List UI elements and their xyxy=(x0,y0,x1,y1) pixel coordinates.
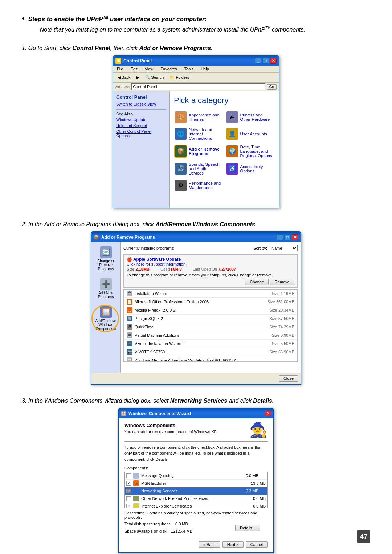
menu-view[interactable]: View xyxy=(143,66,155,71)
support-link[interactable]: Click here for support information. xyxy=(127,262,187,266)
titlebar: 🖥 Control Panel _ □ ✕ xyxy=(113,56,279,66)
list-item[interactable]: 📹 Vivotek Installation Wizard 2 Size 5.5… xyxy=(124,340,297,348)
forward-button[interactable]: ▶ xyxy=(134,74,142,81)
sort-row: Sort by: Name Size Frequency xyxy=(253,245,298,251)
cat-performance-icon: ⚙ xyxy=(175,180,187,191)
cat-sounds[interactable]: 🔊 Sounds, Speech, and Audio Devices xyxy=(174,161,223,176)
windows-update-link[interactable]: Windows Update xyxy=(116,118,166,122)
add-new-icon: ➕ xyxy=(100,278,112,290)
list-item[interactable]: 📷 VIVOTEK ST7501 Size 66.96MB xyxy=(124,348,297,356)
comp-checkbox-network-print[interactable] xyxy=(126,496,131,501)
menu-help[interactable]: Help xyxy=(199,66,211,71)
wcw-header-title: Windows Components xyxy=(124,423,217,428)
comp-checkbox-message-queuing[interactable] xyxy=(126,473,131,478)
address-input[interactable] xyxy=(131,83,265,90)
arp-maximize-button[interactable]: □ xyxy=(284,234,291,240)
details-button[interactable]: Details... xyxy=(235,525,260,531)
list-item[interactable]: 🦊 Mozilla Firefox (2.0.0.6) Size 20.34MB xyxy=(124,306,297,315)
comp-size-message-queuing: 0.0 MB xyxy=(237,473,258,478)
cat-user-accounts[interactable]: 👤 User Accounts xyxy=(225,126,275,141)
arp-window-buttons[interactable]: _ □ ✕ xyxy=(277,234,298,240)
menubar: File Edit View Favorites Tools Help xyxy=(113,66,279,73)
wcw-window-buttons[interactable]: ✕ xyxy=(265,411,271,416)
remove-button[interactable]: Remove xyxy=(270,279,294,285)
cat-performance[interactable]: ⚙ Performance and Maintenance xyxy=(174,178,223,192)
arp-change-remove[interactable]: 🔄 Change or Remove Programs xyxy=(93,246,119,271)
cp-body: Control Panel Switch to Classic View See… xyxy=(113,91,279,208)
arp-close-button[interactable]: ✕ xyxy=(292,234,298,240)
step3-label: 3. In the Windows Components Wizard dial… xyxy=(22,398,370,404)
maximize-button[interactable]: □ xyxy=(262,58,269,64)
menu-tools[interactable]: Tools xyxy=(183,66,195,71)
arp-windows-components[interactable]: 🪟 Add/Remove Windows Components xyxy=(93,306,119,331)
cat-user-accounts-icon: 👤 xyxy=(226,128,238,140)
cat-network[interactable]: 🌐 Network and Internet Connections xyxy=(174,126,223,141)
menu-file[interactable]: File xyxy=(115,66,125,71)
prog-name: PostgreSQL 8.2 xyxy=(135,316,268,321)
help-support-link[interactable]: Help and Support xyxy=(116,123,166,128)
comp-item-msn[interactable]: ✓ 🦋 MSN Explorer 13.5 MB xyxy=(125,480,267,487)
close-button[interactable]: ✕ xyxy=(270,58,277,64)
list-item[interactable]: 🧙 Installation Wizard Size 1.19MB xyxy=(124,290,297,298)
menu-edit[interactable]: Edit xyxy=(129,66,139,71)
bullet-point: • Steps to enable the UPnPTM user interf… xyxy=(22,15,370,34)
cancel-button[interactable]: Cancel xyxy=(246,541,268,548)
arp-windows-comp-wrapper: 🪟 Add/Remove Windows Components xyxy=(93,306,119,331)
cat-sounds-icon: 🔊 xyxy=(175,163,187,175)
address-label: Address xyxy=(115,85,130,89)
menu-favorites[interactable]: Favorites xyxy=(159,66,178,71)
comp-item-network-print[interactable]: Other Network File and Print Services 0.… xyxy=(125,495,267,502)
go-button[interactable]: Go xyxy=(267,84,277,90)
prog-icon: 💻 xyxy=(127,332,132,338)
comp-checkbox-msn[interactable]: ✓ xyxy=(126,481,131,486)
list-item[interactable]: 📄 Microsoft Office Professional Edition … xyxy=(124,298,297,306)
cat-datetime-icon: 🌍 xyxy=(226,145,238,157)
wcw-close-button[interactable]: ✕ xyxy=(265,411,271,416)
prog-size: Size 0.90MB xyxy=(272,333,294,337)
comp-checkbox-certificates[interactable]: ✓ xyxy=(126,504,131,508)
comp-checkbox-networking[interactable]: ✓ xyxy=(126,489,131,493)
comp-item-networking[interactable]: ✓ Networking Services 0.3 MB xyxy=(125,487,267,495)
comp-size-network-print: 0.0 MB xyxy=(244,496,266,501)
comp-name-certificates: Internet Explorer Certificates xyxy=(141,504,242,508)
step2-label: 2. In the Add or Remove Programs dialog … xyxy=(22,221,370,228)
list-item[interactable]: 💻 Virtual Machine Additions Size 0.90MB xyxy=(124,331,297,340)
arp-minimize-button[interactable]: _ xyxy=(277,234,283,240)
next-button[interactable]: Next > xyxy=(222,541,244,548)
cat-add-remove[interactable]: 📦 Add or Remove Programs xyxy=(174,144,223,159)
sort-select[interactable]: Name Size Frequency xyxy=(269,245,298,251)
cat-datetime[interactable]: 🌍 Date, Time, Language, and Regional Opt… xyxy=(225,144,275,159)
prog-name: Microsoft Office Professional Edition 20… xyxy=(135,300,265,304)
list-item[interactable]: 🐘 PostgreSQL 8.2 Size 57.50MB xyxy=(124,315,297,323)
cat-printers[interactable]: 🖨 Printers and Other Hardware xyxy=(225,110,275,124)
arp-add-new[interactable]: ➕ Add New Programs xyxy=(93,278,119,299)
prog-name: Virtual Machine Additions xyxy=(135,333,270,337)
comp-size-msn: 13.5 MB xyxy=(244,481,266,485)
minimize-button[interactable]: _ xyxy=(255,58,261,64)
other-cp-link[interactable]: Other Control Panel Options xyxy=(116,129,166,138)
list-item[interactable]: 🪟 Windows Genuine Advantage Validation T… xyxy=(124,356,297,362)
arp-main: Currently installed programs: Sort by: N… xyxy=(121,242,301,373)
arp-close-footer-button[interactable]: Close xyxy=(279,375,298,382)
prog-icon: 📹 xyxy=(127,341,132,346)
window-buttons[interactable]: _ □ ✕ xyxy=(255,58,277,64)
comp-name-msn: MSN Explorer xyxy=(141,481,242,485)
cat-network-label: Network and Internet Connections xyxy=(189,127,222,140)
cat-accessibility[interactable]: ♿ Accessibility Options xyxy=(225,161,275,176)
change-button[interactable]: Change xyxy=(245,279,269,285)
folders-button[interactable]: 📁 Folders xyxy=(167,74,191,81)
switch-view-link[interactable]: Switch to Classic View xyxy=(116,102,166,106)
search-button[interactable]: 🔍 Search xyxy=(143,74,166,81)
back-button[interactable]: ◀ Back xyxy=(115,74,133,81)
cat-appearance[interactable]: 🎨 Appearance and Themes xyxy=(174,110,223,124)
disk-available-label: Space available on disk: 12125.4 MB xyxy=(124,528,192,535)
windows-comp-icon: 🪟 xyxy=(100,306,112,318)
arp-header: Currently installed programs: Sort by: N… xyxy=(123,245,298,251)
back-button[interactable]: < Back xyxy=(199,541,220,548)
disk-required-label: Total disk space required: 0.0 MB xyxy=(124,521,192,528)
cat-network-icon: 🌐 xyxy=(175,128,187,140)
see-also-label: See Also xyxy=(116,112,166,116)
list-item[interactable]: ⏱ QuickTime Size 74.39MB xyxy=(124,323,297,331)
comp-item-certificates[interactable]: ✓ Internet Explorer Certificates 0.0 MB xyxy=(125,502,267,508)
comp-item-message-queuing[interactable]: Message Queuing 0.0 MB xyxy=(125,472,267,480)
